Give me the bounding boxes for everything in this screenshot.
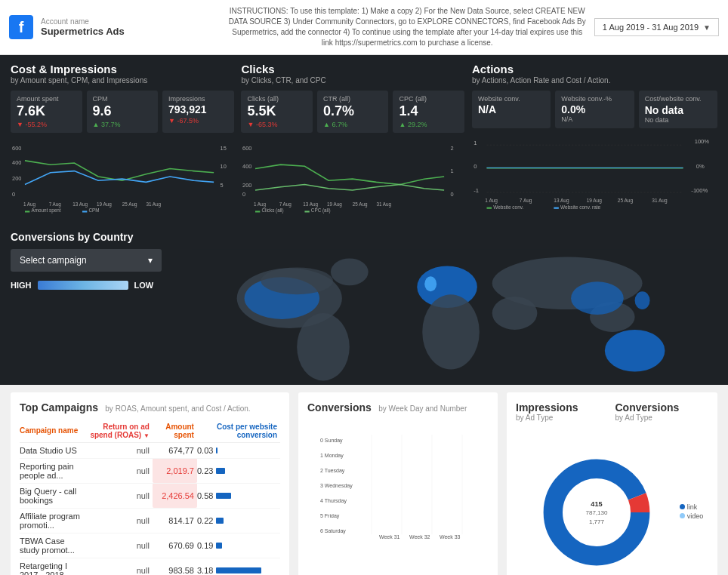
- svg-text:0: 0: [12, 191, 15, 198]
- campaigns-panel: Top Campaigns by ROAS, Amount spent, and…: [11, 392, 289, 575]
- cpm-kpi: CPM 9.6 ▲ 37.7%: [87, 91, 159, 133]
- world-map: [192, 249, 717, 385]
- conversions-adtype-subtitle: by Ad Type: [615, 414, 709, 422]
- svg-rect-15: [82, 211, 87, 212]
- campaign-name-cell: Affiliate program promoti...: [20, 508, 90, 533]
- svg-text:Amount spent: Amount spent: [31, 208, 60, 214]
- country-controls: Select campaign ▾ HIGH LOW: [11, 249, 192, 385]
- world-map-svg: [192, 249, 717, 385]
- cost-website-conv-kpi: Cost/website conv. No data No data: [639, 91, 717, 128]
- table-header-row: Campaign name Return on ad spend (ROAS) …: [20, 420, 280, 443]
- roas-cell: null: [90, 442, 153, 458]
- svg-text:1 Aug: 1 Aug: [485, 198, 498, 204]
- clicks-svg: 600 400 200 0 2 1 0 1 Aug 7 Aug 13 Aug 1…: [241, 139, 464, 214]
- campaign-name-cell: Data Studio US: [20, 442, 90, 458]
- svg-text:19 Aug: 19 Aug: [587, 198, 603, 204]
- svg-point-56: [331, 258, 369, 285]
- campaigns-subtitle: by ROAS, Amount spent, and Cost / Action…: [105, 404, 250, 413]
- amount-cell: 2,019.7: [153, 458, 197, 483]
- svg-text:31 Aug: 31 Aug: [146, 201, 161, 208]
- table-row: Big Query - call bookings null 2,426.54 …: [20, 483, 280, 508]
- impressions-adtype: Impressions by Ad Type: [516, 401, 609, 422]
- svg-text:600: 600: [243, 145, 252, 152]
- roas-cell: null: [90, 483, 153, 508]
- legend-item-link: link: [680, 503, 704, 511]
- svg-point-61: [492, 297, 538, 330]
- cpc-cell: 0.23: [197, 458, 280, 483]
- svg-text:Website conv.: Website conv.: [493, 204, 523, 210]
- actions-svg: 1 0 -1 100% 0% -100% 1 Aug 7 Aug 13 Aug: [472, 134, 717, 210]
- select-campaign-dropdown[interactable]: Select campaign ▾: [11, 249, 162, 272]
- svg-text:1,777: 1,777: [589, 518, 605, 525]
- svg-point-63: [571, 281, 624, 315]
- svg-text:415: 415: [591, 500, 602, 508]
- col-roas[interactable]: Return on ad spend (ROAS) ▼: [90, 420, 153, 443]
- campaigns-header: Top Campaigns by ROAS, Amount spent, and…: [20, 401, 280, 414]
- donut-area: 415 787,130 1,777 link video: [516, 425, 708, 575]
- cpc-cell: 0.19: [197, 533, 280, 558]
- table-row: Affiliate program promoti... null 814.17…: [20, 508, 280, 533]
- svg-text:Week 32: Week 32: [409, 534, 430, 540]
- svg-text:31 Aug: 31 Aug: [652, 198, 668, 204]
- amount-cell: 814.17: [153, 508, 197, 533]
- adtype-legend: link video: [680, 503, 704, 521]
- svg-text:0 Sunday: 0 Sunday: [320, 438, 343, 444]
- instructions-text: INSTRUCTIONS: To use this template: 1) M…: [221, 6, 594, 48]
- cost-impressions-section: Cost & Impressions by Amount spent, CPM,…: [11, 63, 233, 214]
- svg-text:13 Aug: 13 Aug: [554, 198, 569, 204]
- svg-text:19 Aug: 19 Aug: [327, 201, 342, 208]
- svg-text:4 Thursday: 4 Thursday: [320, 498, 347, 504]
- amount-spent-kpi: Amount spent 7.6K ▼ -55.2%: [11, 91, 82, 133]
- country-title: Conversions by Country: [11, 231, 717, 243]
- svg-rect-32: [305, 211, 310, 212]
- cpc-kpi: CPC (all) 1.4 ▲ 29.2%: [393, 91, 464, 133]
- cpc-cell: 0.22: [197, 508, 280, 533]
- roas-cell: null: [90, 458, 153, 483]
- campaigns-table: Campaign name Return on ad spend (ROAS) …: [20, 420, 280, 575]
- svg-text:Clicks (all): Clicks (all): [262, 208, 284, 214]
- cost-impressions-svg: 600 400 200 0 15 10 5 1 Aug 7 Aug 13 Aug: [11, 139, 233, 214]
- svg-text:5 Friday: 5 Friday: [320, 513, 340, 519]
- svg-text:0: 0: [474, 163, 477, 170]
- svg-text:-1: -1: [474, 187, 479, 194]
- actions-section: Actions by Actions, Action Rate and Cost…: [472, 63, 717, 214]
- clicks-section: Clicks by Clicks, CTR, and CPC Clicks (a…: [241, 63, 464, 214]
- high-low-legend: HIGH LOW: [11, 281, 184, 290]
- website-conv-rate-kpi: Website conv.-% 0.0% N/A: [555, 91, 634, 128]
- svg-text:19 Aug: 19 Aug: [97, 201, 112, 208]
- svg-text:400: 400: [12, 159, 21, 166]
- svg-rect-52: [554, 208, 559, 209]
- legend-item-video: video: [680, 512, 704, 520]
- cpc-cell: 0.03: [197, 442, 280, 458]
- week-panel: Conversions by Week Day and Number 0 Sun…: [298, 392, 498, 575]
- actions-kpis: Website conv. N/A Website conv.-% 0.0% N…: [472, 91, 717, 128]
- bottom-area: Top Campaigns by ROAS, Amount spent, and…: [0, 385, 728, 575]
- actions-chart: 1 0 -1 100% 0% -100% 1 Aug 7 Aug 13 Aug: [472, 134, 717, 210]
- table-row: Retargeting I 2017 - 2018 null 983.58 3.…: [20, 558, 280, 575]
- video-color-dot: [680, 513, 685, 518]
- svg-text:400: 400: [243, 163, 252, 170]
- adtype-panel: Impressions by Ad Type Conversions by Ad…: [507, 392, 717, 575]
- amount-cell: 674,77: [153, 442, 197, 458]
- date-range[interactable]: 1 Aug 2019 - 31 Aug 2019 ▼: [594, 18, 719, 36]
- impressions-kpi: Impressions 793,921 ▼ -67.5%: [162, 91, 234, 133]
- cpc-cell: 3.18: [197, 558, 280, 575]
- table-row: TBWA Case study promot... null 670.69 0.…: [20, 533, 280, 558]
- roas-cell: null: [90, 533, 153, 558]
- svg-text:31 Aug: 31 Aug: [377, 201, 392, 208]
- svg-text:3 Wednesday: 3 Wednesday: [320, 483, 353, 489]
- svg-text:10: 10: [221, 163, 227, 170]
- account-info: Account name Supermetrics Ads: [41, 17, 221, 37]
- svg-text:0: 0: [451, 191, 454, 198]
- account-label: Account name: [41, 17, 221, 26]
- actions-subtitle: by Actions, Action Rate and Cost / Actio…: [472, 76, 717, 85]
- table-row: Reporting pain people ad... null 2,019.7…: [20, 458, 280, 483]
- bar-visual: [216, 518, 224, 524]
- campaigns-title: Top Campaigns: [20, 401, 98, 414]
- svg-text:CPC (all): CPC (all): [311, 208, 331, 214]
- cost-impressions-chart: 600 400 200 0 15 10 5 1 Aug 7 Aug 13 Aug: [11, 139, 233, 214]
- week-subtitle: by Week Day and Number: [378, 404, 467, 413]
- cost-impressions-title: Cost & Impressions: [11, 63, 233, 75]
- svg-rect-30: [255, 211, 260, 212]
- bar-visual: [216, 567, 261, 573]
